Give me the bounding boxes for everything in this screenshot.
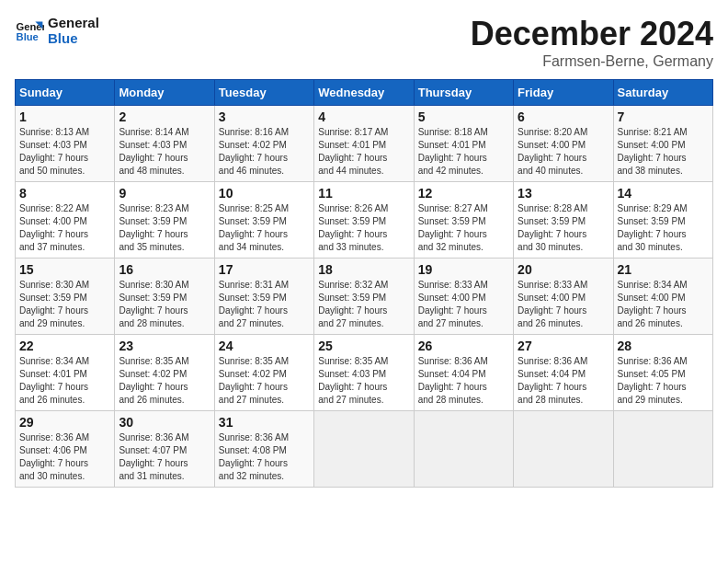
week-row-5: 29Sunrise: 8:36 AM Sunset: 4:06 PM Dayli…: [16, 411, 713, 488]
day-info: Sunrise: 8:23 AM Sunset: 3:59 PM Dayligh…: [119, 202, 210, 254]
calendar-table: SundayMondayTuesdayWednesdayThursdayFrid…: [15, 79, 713, 488]
day-cell: 2Sunrise: 8:14 AM Sunset: 4:03 PM Daylig…: [115, 106, 214, 182]
day-number: 13: [518, 186, 609, 201]
day-cell: 29Sunrise: 8:36 AM Sunset: 4:06 PM Dayli…: [16, 411, 115, 488]
day-number: 5: [418, 109, 509, 124]
day-info: Sunrise: 8:36 AM Sunset: 4:04 PM Dayligh…: [518, 355, 609, 407]
subtitle: Farmsen-Berne, Germany: [471, 53, 713, 70]
day-info: Sunrise: 8:36 AM Sunset: 4:06 PM Dayligh…: [19, 431, 110, 483]
weekday-monday: Monday: [115, 80, 214, 106]
logo-general: General: [48, 15, 99, 30]
day-number: 8: [19, 186, 110, 201]
day-info: Sunrise: 8:16 AM Sunset: 4:02 PM Dayligh…: [219, 126, 310, 178]
week-row-1: 1Sunrise: 8:13 AM Sunset: 4:03 PM Daylig…: [16, 106, 713, 182]
day-number: 7: [618, 109, 709, 124]
day-number: 20: [518, 262, 609, 277]
day-cell: 9Sunrise: 8:23 AM Sunset: 3:59 PM Daylig…: [115, 182, 214, 259]
day-number: 14: [618, 186, 709, 201]
day-cell: 18Sunrise: 8:32 AM Sunset: 3:59 PM Dayli…: [314, 259, 414, 335]
day-info: Sunrise: 8:27 AM Sunset: 3:59 PM Dayligh…: [418, 202, 509, 254]
day-number: 31: [219, 415, 310, 430]
week-row-4: 22Sunrise: 8:34 AM Sunset: 4:01 PM Dayli…: [16, 335, 713, 411]
day-info: Sunrise: 8:17 AM Sunset: 4:01 PM Dayligh…: [318, 126, 409, 178]
day-number: 10: [219, 186, 310, 201]
day-cell: 16Sunrise: 8:30 AM Sunset: 3:59 PM Dayli…: [115, 259, 214, 335]
day-info: Sunrise: 8:14 AM Sunset: 4:03 PM Dayligh…: [119, 126, 210, 178]
day-info: Sunrise: 8:30 AM Sunset: 3:59 PM Dayligh…: [119, 279, 210, 330]
day-number: 2: [119, 109, 210, 124]
day-info: Sunrise: 8:21 AM Sunset: 4:00 PM Dayligh…: [618, 126, 709, 178]
day-cell: 13Sunrise: 8:28 AM Sunset: 3:59 PM Dayli…: [514, 182, 613, 259]
day-cell: 8Sunrise: 8:22 AM Sunset: 4:00 PM Daylig…: [16, 182, 115, 259]
day-number: 1: [19, 109, 110, 124]
day-number: 3: [219, 109, 310, 124]
day-number: 15: [19, 262, 110, 277]
month-title: December 2024: [471, 15, 713, 53]
day-info: Sunrise: 8:36 AM Sunset: 4:05 PM Dayligh…: [618, 355, 709, 407]
day-cell: [314, 411, 414, 488]
day-info: Sunrise: 8:22 AM Sunset: 4:00 PM Dayligh…: [19, 202, 110, 254]
day-cell: 26Sunrise: 8:36 AM Sunset: 4:04 PM Dayli…: [414, 335, 513, 411]
day-number: 18: [318, 262, 409, 277]
day-cell: 19Sunrise: 8:33 AM Sunset: 4:00 PM Dayli…: [414, 259, 513, 335]
day-cell: 27Sunrise: 8:36 AM Sunset: 4:04 PM Dayli…: [514, 335, 613, 411]
day-number: 27: [518, 339, 609, 353]
day-cell: 24Sunrise: 8:35 AM Sunset: 4:02 PM Dayli…: [214, 335, 313, 411]
day-number: 16: [119, 262, 210, 277]
day-info: Sunrise: 8:13 AM Sunset: 4:03 PM Dayligh…: [19, 126, 110, 178]
day-info: Sunrise: 8:35 AM Sunset: 4:02 PM Dayligh…: [119, 355, 210, 407]
day-number: 11: [318, 186, 409, 201]
day-info: Sunrise: 8:34 AM Sunset: 4:00 PM Dayligh…: [618, 279, 709, 330]
day-cell: 7Sunrise: 8:21 AM Sunset: 4:00 PM Daylig…: [613, 106, 712, 182]
day-info: Sunrise: 8:32 AM Sunset: 3:59 PM Dayligh…: [318, 279, 409, 330]
week-row-3: 15Sunrise: 8:30 AM Sunset: 3:59 PM Dayli…: [16, 259, 713, 335]
day-info: Sunrise: 8:35 AM Sunset: 4:03 PM Dayligh…: [318, 355, 409, 407]
calendar-body: 1Sunrise: 8:13 AM Sunset: 4:03 PM Daylig…: [16, 106, 713, 488]
day-cell: 5Sunrise: 8:18 AM Sunset: 4:01 PM Daylig…: [414, 106, 513, 182]
day-number: 19: [418, 262, 509, 277]
day-cell: [613, 411, 712, 488]
logo-icon: General Blue: [15, 16, 44, 45]
day-cell: 20Sunrise: 8:33 AM Sunset: 4:00 PM Dayli…: [514, 259, 613, 335]
day-cell: 30Sunrise: 8:36 AM Sunset: 4:07 PM Dayli…: [115, 411, 214, 488]
day-number: 23: [119, 339, 210, 353]
day-cell: 31Sunrise: 8:36 AM Sunset: 4:08 PM Dayli…: [214, 411, 313, 488]
day-number: 6: [518, 109, 609, 124]
day-info: Sunrise: 8:31 AM Sunset: 3:59 PM Dayligh…: [219, 279, 310, 330]
day-cell: 22Sunrise: 8:34 AM Sunset: 4:01 PM Dayli…: [16, 335, 115, 411]
day-number: 24: [219, 339, 310, 353]
day-cell: 4Sunrise: 8:17 AM Sunset: 4:01 PM Daylig…: [314, 106, 414, 182]
weekday-friday: Friday: [514, 80, 613, 106]
day-cell: [414, 411, 513, 488]
day-number: 12: [418, 186, 509, 201]
day-info: Sunrise: 8:33 AM Sunset: 4:00 PM Dayligh…: [418, 279, 509, 330]
day-cell: 6Sunrise: 8:20 AM Sunset: 4:00 PM Daylig…: [514, 106, 613, 182]
day-info: Sunrise: 8:36 AM Sunset: 4:04 PM Dayligh…: [418, 355, 509, 407]
day-cell: 12Sunrise: 8:27 AM Sunset: 3:59 PM Dayli…: [414, 182, 513, 259]
day-info: Sunrise: 8:29 AM Sunset: 3:59 PM Dayligh…: [618, 202, 709, 254]
day-cell: 3Sunrise: 8:16 AM Sunset: 4:02 PM Daylig…: [214, 106, 313, 182]
day-number: 29: [19, 415, 110, 430]
day-info: Sunrise: 8:36 AM Sunset: 4:07 PM Dayligh…: [119, 431, 210, 483]
day-info: Sunrise: 8:34 AM Sunset: 4:01 PM Dayligh…: [19, 355, 110, 407]
day-cell: 11Sunrise: 8:26 AM Sunset: 3:59 PM Dayli…: [314, 182, 414, 259]
day-info: Sunrise: 8:18 AM Sunset: 4:01 PM Dayligh…: [418, 126, 509, 178]
day-number: 25: [318, 339, 409, 353]
day-number: 30: [119, 415, 210, 430]
day-number: 28: [618, 339, 709, 353]
day-info: Sunrise: 8:35 AM Sunset: 4:02 PM Dayligh…: [219, 355, 310, 407]
logo-blue: Blue: [48, 30, 99, 46]
day-info: Sunrise: 8:26 AM Sunset: 3:59 PM Dayligh…: [318, 202, 409, 254]
header: General Blue General Blue December 2024 …: [15, 15, 713, 70]
day-cell: 25Sunrise: 8:35 AM Sunset: 4:03 PM Dayli…: [314, 335, 414, 411]
day-number: 26: [418, 339, 509, 353]
day-number: 4: [318, 109, 409, 124]
day-info: Sunrise: 8:28 AM Sunset: 3:59 PM Dayligh…: [518, 202, 609, 254]
day-cell: 14Sunrise: 8:29 AM Sunset: 3:59 PM Dayli…: [613, 182, 712, 259]
day-cell: 1Sunrise: 8:13 AM Sunset: 4:03 PM Daylig…: [16, 106, 115, 182]
day-info: Sunrise: 8:33 AM Sunset: 4:00 PM Dayligh…: [518, 279, 609, 330]
day-cell: 23Sunrise: 8:35 AM Sunset: 4:02 PM Dayli…: [115, 335, 214, 411]
day-cell: [514, 411, 613, 488]
day-info: Sunrise: 8:25 AM Sunset: 3:59 PM Dayligh…: [219, 202, 310, 254]
day-cell: 10Sunrise: 8:25 AM Sunset: 3:59 PM Dayli…: [214, 182, 313, 259]
